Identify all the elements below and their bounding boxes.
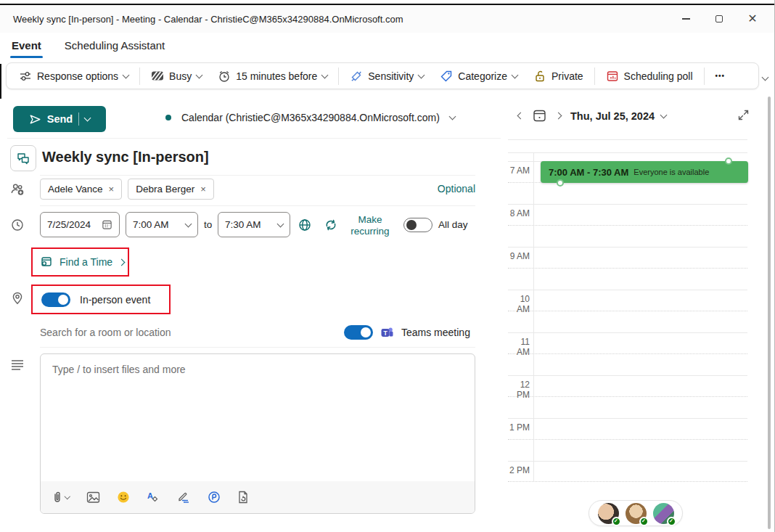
- preview-date-selector[interactable]: Thu, Jul 25, 2024: [570, 110, 666, 122]
- calendar-selector[interactable]: Calendar (ChristieC@M365x34290884.OnMicr…: [165, 112, 455, 123]
- ribbon-separator: [704, 67, 705, 85]
- grid-line: [508, 204, 747, 205]
- expand-preview-icon[interactable]: [737, 109, 750, 121]
- attendee-avatar[interactable]: ✓: [653, 503, 674, 524]
- tab-event[interactable]: Event: [10, 35, 43, 58]
- maximize-button[interactable]: [702, 5, 736, 33]
- preview-scrollbar[interactable]: [768, 97, 771, 529]
- timezone-globe-icon[interactable]: [298, 218, 312, 232]
- insert-image-button[interactable]: [86, 491, 100, 504]
- grid-line: [508, 247, 747, 247]
- reminder-label: 15 minutes before: [236, 70, 317, 82]
- all-day-toggle[interactable]: [403, 218, 432, 232]
- send-label: Send: [47, 113, 73, 125]
- reminder-button[interactable]: 15 minutes before: [210, 66, 335, 86]
- meeting-type-icon-box: [10, 145, 36, 171]
- emoji-button[interactable]: [117, 491, 130, 504]
- minimize-button[interactable]: [669, 5, 702, 33]
- find-a-time-label: Find a Time: [60, 256, 112, 268]
- attendee-avatar[interactable]: ✓: [626, 503, 647, 524]
- find-a-time-link[interactable]: Find a Time: [40, 249, 124, 275]
- send-icon: [29, 113, 41, 126]
- event-title[interactable]: Weekly sync [In-person]: [42, 149, 209, 165]
- room-location-input[interactable]: [40, 324, 287, 340]
- lock-open-icon: [533, 70, 546, 83]
- end-time-field[interactable]: 7:30 AM: [218, 212, 290, 237]
- grid-line: [508, 332, 747, 333]
- busy-icon: [151, 70, 164, 81]
- send-button[interactable]: Send: [13, 106, 106, 132]
- svg-text:A: A: [147, 491, 153, 500]
- chevron-down-icon: [185, 220, 192, 227]
- grid-line: [508, 152, 747, 153]
- attendee-availability-pill: ✓ ✓ ✓: [589, 500, 683, 526]
- ribbon-overflow-button[interactable]: •••: [708, 66, 734, 86]
- calendar-day-icon[interactable]: [533, 109, 546, 123]
- response-options-button[interactable]: Response options: [11, 66, 136, 86]
- ribbon-separator: [139, 67, 140, 85]
- categorize-tag-icon: [440, 70, 453, 83]
- formatting-options-button[interactable]: A: [147, 491, 160, 504]
- recurring-icon[interactable]: [324, 218, 338, 232]
- event-time-range: 7:00 AM - 7:30 AM: [549, 167, 628, 178]
- insert-document-button[interactable]: [237, 491, 249, 504]
- chevron-down-icon: [196, 71, 203, 78]
- event-resize-handle-bottom[interactable]: [557, 179, 564, 187]
- grid-line: [508, 418, 747, 419]
- find-a-time-icon: [40, 255, 53, 269]
- loop-component-button[interactable]: [208, 491, 221, 504]
- optional-attendees-link[interactable]: Optional: [435, 183, 475, 195]
- remove-attendee-icon[interactable]: ×: [109, 184, 115, 195]
- titlebar: Weekly sync [In-person] - Meeting - Cale…: [0, 5, 775, 33]
- ribbon-toolbar: Response options Busy 15 minutes before …: [6, 62, 759, 89]
- divider: [7, 138, 501, 139]
- send-options-chevron-icon[interactable]: [84, 115, 91, 122]
- attendee-chip[interactable]: Adele Vance ×: [40, 179, 122, 200]
- attendee-avatar[interactable]: ✓: [598, 503, 619, 524]
- location-pin-icon: [10, 291, 25, 306]
- attendee-name: Adele Vance: [48, 184, 103, 195]
- chevron-down-icon: [277, 220, 284, 227]
- chevron-down-icon: [660, 111, 668, 118]
- sensitivity-button[interactable]: Sensitivity: [342, 66, 432, 86]
- categorize-button[interactable]: Categorize: [432, 66, 525, 86]
- show-as-busy-button[interactable]: Busy: [143, 66, 210, 86]
- attach-file-button[interactable]: [52, 491, 70, 504]
- window-title: Weekly sync [In-person] - Meeting - Cale…: [13, 14, 403, 25]
- grid-line: [508, 481, 747, 482]
- previous-day-icon[interactable]: [517, 112, 525, 120]
- event-resize-handle-top[interactable]: [725, 157, 732, 165]
- next-day-icon[interactable]: [555, 112, 562, 120]
- chevron-down-icon: [65, 494, 70, 499]
- close-button[interactable]: ✕: [736, 5, 769, 33]
- alarm-clock-icon: [218, 70, 231, 83]
- start-time-field[interactable]: 7:00 AM: [126, 212, 198, 237]
- private-button[interactable]: Private: [525, 66, 591, 86]
- chevron-down-icon: [321, 71, 329, 78]
- attendee-chip[interactable]: Debra Berger ×: [128, 179, 214, 200]
- collapse-ribbon-icon[interactable]: [762, 74, 769, 81]
- clock-icon: [10, 218, 25, 232]
- busy-label: Busy: [169, 70, 192, 82]
- in-person-toggle[interactable]: [41, 292, 70, 307]
- start-date-field[interactable]: 7/25/2024: [40, 212, 120, 237]
- remove-attendee-icon[interactable]: ×: [200, 184, 206, 195]
- availability-event-block[interactable]: 7:00 AM - 7:30 AM Everyone is available: [541, 161, 748, 183]
- teams-meeting-toggle[interactable]: [344, 325, 373, 340]
- in-person-label: In-person event: [80, 294, 150, 306]
- hour-label: 9 AM: [508, 251, 530, 261]
- attendee-chips: Adele Vance × Debra Berger ×: [40, 179, 214, 200]
- tab-scheduling-assistant[interactable]: Scheduling Assistant: [63, 35, 166, 58]
- make-recurring-link[interactable]: Make recurring: [346, 214, 394, 237]
- draw-pen-button[interactable]: [176, 491, 191, 504]
- ribbon-separator: [594, 67, 595, 85]
- grid-line: [508, 439, 747, 440]
- scheduling-poll-button[interactable]: Scheduling poll: [598, 66, 701, 86]
- date-picker-icon[interactable]: [102, 219, 112, 230]
- divider: [40, 205, 475, 206]
- hour-label: 1 PM: [508, 422, 530, 433]
- description-editor[interactable]: Type / to insert files and more A: [40, 353, 475, 514]
- toggle-knob: [58, 295, 68, 305]
- description-lines-icon: [10, 359, 25, 371]
- hour-label: 10 AM: [508, 294, 530, 314]
